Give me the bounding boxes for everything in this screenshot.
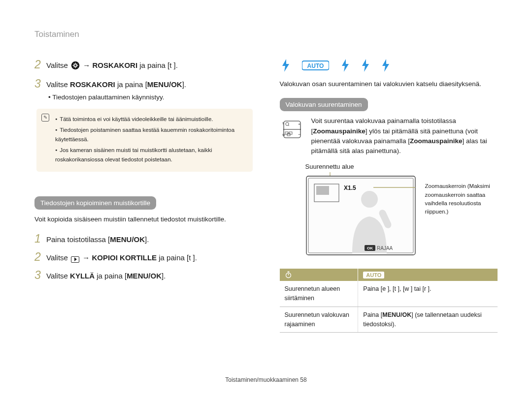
menu-item-roskakori: ROSKAKORI bbox=[92, 61, 137, 69]
cell-howto: Paina [e ], [t ], [w ] tai [r ]. bbox=[358, 281, 498, 307]
step-number: 2 bbox=[34, 251, 41, 263]
zoom-description: Voit suurentaa valokuvaa painamalla tois… bbox=[311, 116, 498, 156]
flash-icon bbox=[341, 59, 349, 73]
zoom-factor-note: Zoomauskerroin (Maksimi zoomauskerroin s… bbox=[425, 172, 498, 216]
th-timer bbox=[280, 269, 358, 281]
play-icon bbox=[71, 256, 79, 263]
section-heading: Tiedostojen kopioiminen muistikortille bbox=[34, 196, 156, 210]
step-text: Valitse KYLLÄ ja paina [MENU/OK]. bbox=[46, 270, 166, 280]
step-text: Paina toistotilassa [MENU/OK]. bbox=[46, 233, 149, 244]
two-column-layout: 2 Valitse → ROSKAKORI ja paina [t ]. 3 V… bbox=[34, 59, 498, 333]
section-heading: Valokuvan suurentaminen bbox=[280, 98, 368, 111]
step-text: Valitse → ROSKAKORI ja paina [t ]. bbox=[46, 59, 178, 71]
copy-step-3: 3 Valitse KYLLÄ ja paina [MENU/OK]. bbox=[34, 270, 253, 281]
svg-rect-22 bbox=[316, 186, 329, 195]
step-text: Valitse → KOPIOI KORTILLE ja paina [t ]. bbox=[46, 251, 197, 263]
step-number: 3 bbox=[34, 78, 41, 90]
step-2: 2 Valitse → ROSKAKORI ja paina [t ]. bbox=[34, 59, 253, 71]
enlarged-area-caption: Suurennettu alue bbox=[280, 163, 498, 170]
flash-icon bbox=[382, 59, 390, 73]
page-title: Toistaminen bbox=[34, 30, 498, 39]
note-box: ✎ Tätä toimintoa ei voi käyttää videolei… bbox=[36, 109, 253, 172]
table-row: Suurennetun valokuvan rajaaminen Paina [… bbox=[280, 307, 498, 333]
svg-rect-14 bbox=[289, 132, 292, 134]
step-text: Valitse ROSKAKORI ja paina [MENU/OK]. bbox=[46, 78, 186, 89]
cell-action: Suurennetun valokuvan rajaaminen bbox=[280, 307, 358, 333]
zoom-button-diagram: T W + − bbox=[280, 116, 305, 156]
crop-label: RAJAA bbox=[377, 246, 393, 251]
timer-icon bbox=[285, 271, 292, 278]
zoom-factor-label: X1.5 bbox=[344, 185, 356, 191]
flash-icon bbox=[362, 59, 369, 73]
auto-badge: AUTO bbox=[363, 272, 384, 278]
gear-icon bbox=[71, 61, 80, 71]
section-description: Voit kopioida sisäiseen muistiin tallenn… bbox=[34, 215, 253, 224]
left-column: 2 Valitse → ROSKAKORI ja paina [t ]. 3 V… bbox=[34, 59, 253, 333]
copy-step-1: 1 Paina toistotilassa [MENU/OK]. bbox=[34, 233, 253, 245]
svg-text:T: T bbox=[282, 122, 284, 125]
note-item: Tiedostojen poistaminen saattaa kestää k… bbox=[55, 125, 246, 144]
arrow-icon: → bbox=[83, 61, 92, 69]
svg-point-19 bbox=[361, 191, 378, 208]
svg-rect-12 bbox=[285, 132, 288, 134]
svg-text:W: W bbox=[282, 133, 285, 136]
step-number: 2 bbox=[34, 59, 41, 70]
svg-text:+: + bbox=[298, 122, 300, 126]
svg-text:OK: OK bbox=[367, 246, 373, 250]
flash-icon bbox=[282, 59, 290, 73]
lcd-row: X1.5 OK RAJAA Zoomauskerroin (Maksimi zo… bbox=[280, 172, 498, 256]
step-number: 3 bbox=[34, 270, 41, 281]
mode-icons-row: AUTO bbox=[280, 59, 498, 73]
svg-line-10 bbox=[288, 125, 289, 126]
intro-text: Valokuvan osan suurentaminen tai valokuv… bbox=[280, 79, 498, 89]
svg-point-1 bbox=[74, 64, 77, 67]
auto-mode-icon: AUTO bbox=[302, 60, 329, 72]
cell-howto: Paina [MENU/OK] (se tallennetaan uudeksi… bbox=[358, 307, 498, 333]
manual-page: Toistaminen 2 Valitse → ROSKAKORI ja pai… bbox=[0, 0, 532, 401]
note-icon: ✎ bbox=[41, 114, 49, 122]
table-row: Suurennetun alueen siirtäminen Paina [e … bbox=[280, 281, 498, 307]
cell-action: Suurennetun alueen siirtäminen bbox=[280, 281, 358, 307]
arrow-icon: → bbox=[82, 253, 92, 262]
right-column: AUTO Valokuvan osan suurentaminen tai va… bbox=[280, 59, 498, 333]
step-number: 1 bbox=[34, 233, 41, 245]
zoom-action-table: AUTO Suurennetun alueen siirtäminen Pain… bbox=[280, 269, 498, 333]
svg-text:−: − bbox=[298, 132, 300, 137]
menu-item-kopioi: KOPIOI KORTILLE bbox=[92, 253, 157, 262]
note-item: Jos kameran sisäinen muisti tai muistiko… bbox=[55, 146, 246, 164]
zoom-instruction: T W + − Voit suurentaa valokuvaa painama… bbox=[280, 116, 498, 156]
svg-text:AUTO: AUTO bbox=[307, 62, 324, 69]
th-auto: AUTO bbox=[358, 269, 498, 281]
page-footer: Toistaminen/muokkaaminen 58 bbox=[0, 376, 532, 383]
sub-bullet: Tiedostojen palauttaminen käynnistyy. bbox=[48, 93, 253, 101]
step-3: 3 Valitse ROSKAKORI ja paina [MENU/OK]. bbox=[34, 78, 253, 90]
lcd-screen-diagram: X1.5 OK RAJAA bbox=[305, 172, 416, 256]
note-item: Tätä toimintoa ei voi käyttää videoleikk… bbox=[55, 115, 246, 123]
copy-step-2: 2 Valitse → KOPIOI KORTILLE ja paina [t … bbox=[34, 251, 253, 263]
svg-rect-13 bbox=[287, 133, 290, 136]
